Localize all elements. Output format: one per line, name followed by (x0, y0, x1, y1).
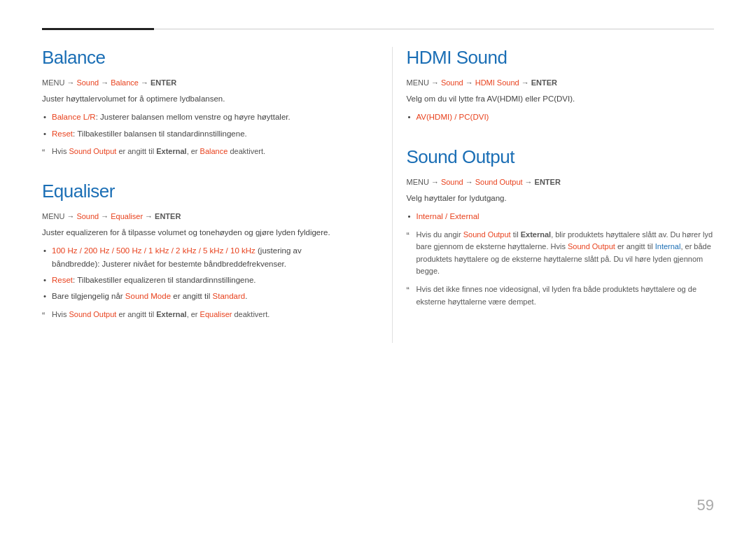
equaliser-title: Equaliser (42, 181, 350, 202)
sound-mode-highlight: Sound Mode (125, 292, 171, 300)
right-column: HDMI Sound MENU → Sound → HDMI Sound → E… (392, 47, 715, 343)
hdmi-sound-section: HDMI Sound MENU → Sound → HDMI Sound → E… (407, 47, 715, 124)
external-ref-eq: External (156, 310, 186, 318)
external-ref-so1: External (521, 230, 551, 239)
balance-link: Balance (111, 78, 139, 87)
balance-note: Hvis Sound Output er angitt til External… (42, 146, 350, 158)
sound-output-description: Velg høyttaler for lydutgang. (407, 192, 715, 204)
enter-label-balance: ENTER (150, 78, 176, 87)
sound-output-ref-1: Sound Output (463, 230, 511, 239)
page-number: 59 (697, 496, 714, 514)
hdmi-sound-link: HDMI Sound (475, 78, 519, 87)
balance-lr-highlight: Balance L/R (52, 113, 96, 121)
menu-label-eq: MENU (42, 212, 64, 220)
sound-output-section: Sound Output MENU → Sound → Sound Output… (407, 146, 715, 308)
balance-section: Balance MENU → Sound → Balance → ENTER J… (42, 47, 350, 158)
equaliser-ref: Equaliser (200, 310, 232, 318)
sound-output-note-1: Hvis du angir Sound Output til External,… (407, 229, 715, 278)
enter-label-eq: ENTER (155, 212, 181, 220)
hdmi-sound-bullet-list: AV(HDMI) / PC(DVI) (407, 111, 715, 123)
sound-output-ref-eq: Sound Output (69, 310, 116, 318)
equaliser-link: Equaliser (111, 212, 143, 220)
balance-bullet-list: Balance L/R: Justerer balansen mellom ve… (42, 111, 350, 140)
equaliser-bullet-3: Bare tilgjengelig når Sound Mode er angi… (42, 290, 350, 302)
sound-output-bullet-1: Internal / External (407, 210, 715, 223)
sound-output-bullet-list: Internal / External (407, 210, 715, 223)
hdmi-sound-title: HDMI Sound (407, 47, 715, 69)
av-hdmi-pc-dvi-highlight: AV(HDMI) / PC(DVI) (416, 113, 489, 121)
freq-highlight: 100 Hz / 200 Hz / 500 Hz / 1 kHz / 2 kHz… (52, 246, 255, 255)
sound-output-ref-2: Sound Output (568, 242, 615, 251)
balance-reset-highlight: Reset (52, 129, 73, 138)
hdmi-sound-bullet-1: AV(HDMI) / PC(DVI) (407, 111, 715, 123)
balance-ref: Balance (200, 147, 228, 155)
sound-link-so: Sound (441, 178, 463, 186)
sound-output-title: Sound Output (407, 146, 715, 168)
pc-dvi-highlight: PC(DVI) (542, 94, 573, 103)
top-line-dark (42, 28, 154, 30)
balance-description: Juster høyttalervolumet for å optimere l… (42, 92, 350, 105)
left-column: Balance MENU → Sound → Balance → ENTER J… (42, 47, 364, 343)
sound-output-note-2: Hvis det ikke finnes noe videosignal, vi… (407, 283, 715, 308)
av-hdmi-highlight: AV(HDMI) (487, 94, 524, 103)
top-line-light (154, 29, 714, 29)
equaliser-description: Juster equalizeren for å tilpasse volume… (42, 226, 350, 239)
content-columns: Balance MENU → Sound → Balance → ENTER J… (42, 47, 714, 343)
equaliser-bullet-list: 100 Hz / 200 Hz / 500 Hz / 1 kHz / 2 kHz… (42, 244, 350, 303)
menu-label-so: MENU (407, 178, 429, 186)
equaliser-bullet-2: Reset: Tilbakestiller equalizeren til st… (42, 274, 350, 286)
equaliser-section: Equaliser MENU → Sound → Equaliser → ENT… (42, 181, 350, 321)
sound-output-menu-path: MENU → Sound → Sound Output → ENTER (407, 178, 715, 186)
standard-highlight: Standard (213, 292, 246, 300)
top-line-container (42, 28, 714, 30)
menu-label-hdmi: MENU (407, 78, 429, 87)
equaliser-menu-path: MENU → Sound → Equaliser → ENTER (42, 212, 350, 220)
page-container: Balance MENU → Sound → Balance → ENTER J… (0, 0, 756, 534)
internal-ref-so1: Internal (655, 242, 681, 251)
external-ref-balance: External (156, 147, 186, 155)
sound-link-hdmi: Sound (441, 78, 463, 87)
enter-label-so: ENTER (535, 178, 561, 186)
equaliser-note: Hvis Sound Output er angitt til External… (42, 309, 350, 321)
balance-bullet-2: Reset: Tilbakestiller balansen til stand… (42, 127, 350, 140)
balance-menu-path: MENU → Sound → Balance → ENTER (42, 78, 350, 87)
hdmi-sound-description: Velg om du vil lytte fra AV(HDMI) eller … (407, 92, 715, 105)
sound-link-eq: Sound (76, 212, 99, 220)
balance-title: Balance (42, 47, 350, 69)
menu-label: MENU (42, 78, 64, 87)
sound-output-ref-balance: Sound Output (69, 147, 116, 155)
balance-bullet-1: Balance L/R: Justerer balansen mellom ve… (42, 111, 350, 123)
internal-external-highlight: Internal / External (416, 212, 479, 220)
equaliser-bullet-1: 100 Hz / 200 Hz / 500 Hz / 1 kHz / 2 kHz… (42, 244, 350, 270)
eq-reset-highlight: Reset (52, 276, 73, 284)
sound-output-link: Sound Output (475, 178, 523, 186)
enter-label-hdmi: ENTER (531, 78, 557, 87)
sound-link-balance: Sound (76, 78, 99, 87)
hdmi-sound-menu-path: MENU → Sound → HDMI Sound → ENTER (407, 78, 715, 87)
